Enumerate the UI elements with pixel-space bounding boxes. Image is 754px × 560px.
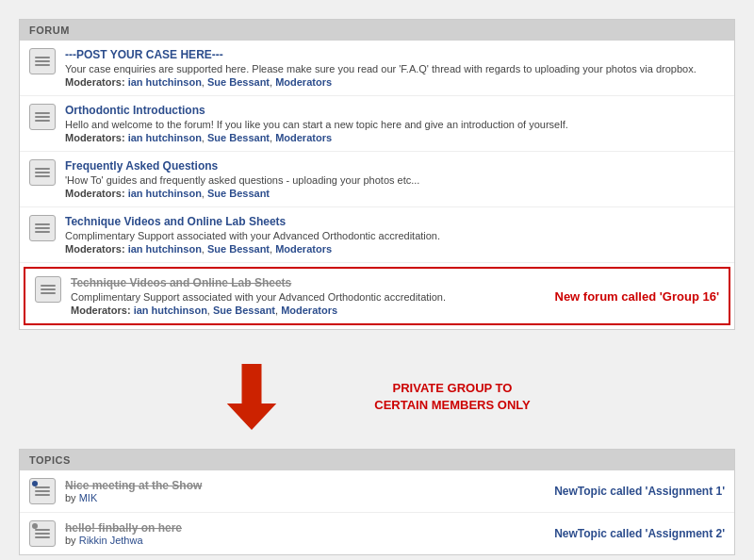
forum-title-technique[interactable]: Technique Videos and Online Lab Sheets (65, 215, 725, 228)
topic-author-1: by MIK (65, 492, 545, 503)
forum-content-post-case: ---POST YOUR CASE HERE--- Your case enqu… (65, 48, 725, 88)
new-forum-label: New forum called 'Group 16' (555, 289, 720, 304)
forum-mods-faq: Moderators: ian hutchinson, Sue Bessant (65, 188, 725, 199)
forum-row-technique: Technique Videos and Online Lab Sheets C… (20, 207, 734, 263)
forum-icon-ortho-intros (29, 104, 56, 130)
topic-content-2: hello! finbally on here by Rikkin Jethwa (65, 521, 545, 546)
forum-icon-faq (29, 159, 56, 186)
forum-desc-post-case: Your case enquiries are supported here. … (65, 63, 725, 74)
topic-row-2: hello! finbally on here by Rikkin Jethwa… (20, 513, 734, 554)
topic-content-1: Nice meeting at the Show by MIK (65, 479, 545, 503)
forum-title-ortho-intros[interactable]: Orthodontic Introductions (65, 104, 725, 117)
forum-row-new-group16: Technique Videos and Online Lab Sheets C… (24, 267, 730, 325)
new-topic-label-2: NewTopic called 'Assignment 2' (554, 527, 725, 540)
topic-dot-1 (32, 481, 38, 486)
forum-mods-new-group16: Moderators: ian hutchinson, Sue Bessant,… (71, 305, 527, 316)
private-group-label: PRIVATE GROUP TOCERTAIN MEMBERS ONLY (374, 380, 530, 414)
forum-content-new-group16: Technique Videos and Online Lab Sheets C… (71, 276, 527, 316)
topic-icon-2 (29, 520, 56, 547)
forum-row-post-case: ---POST YOUR CASE HERE--- Your case enqu… (20, 41, 734, 96)
forum-icon-new-group16 (35, 276, 61, 303)
arrow-section: PRIVATE GROUP TOCERTAIN MEMBERS ONLY (19, 345, 735, 449)
forum-icon-post-case (29, 48, 56, 74)
topics-header: TOPICS (20, 450, 734, 470)
topic-icon-1 (29, 478, 56, 504)
down-arrow-icon (223, 364, 280, 430)
forum-desc-faq: 'How To' guides and frequently asked que… (65, 174, 725, 186)
forum-content-ortho-intros: Orthodontic Introductions Hello and welc… (65, 104, 725, 143)
forum-title-new-group16[interactable]: Technique Videos and Online Lab Sheets (71, 276, 527, 289)
forum-content-faq: Frequently Asked Questions 'How To' guid… (65, 159, 725, 199)
forum-desc-ortho-intros: Hello and welcome to the forum! If you l… (65, 119, 725, 130)
svg-rect-0 (242, 364, 262, 404)
forum-section: FORUM ---POST YOUR CASE HERE--- Your cas… (19, 19, 735, 330)
forum-content-technique: Technique Videos and Online Lab Sheets C… (65, 215, 725, 255)
forum-title-faq[interactable]: Frequently Asked Questions (65, 159, 725, 173)
forum-header: FORUM (20, 20, 734, 41)
forum-desc-new-group16: Complimentary Support associated with yo… (71, 291, 527, 303)
svg-marker-1 (227, 404, 277, 430)
forum-desc-technique: Complimentary Support associated with yo… (65, 230, 725, 241)
topic-dot-2 (32, 523, 38, 529)
topic-title-1[interactable]: Nice meeting at the Show (65, 479, 545, 492)
forum-mods-ortho-intros: Moderators: ian hutchinson, Sue Bessant,… (65, 132, 725, 143)
forum-row-faq: Frequently Asked Questions 'How To' guid… (20, 152, 734, 207)
topics-section: TOPICS Nice meeting at the Show by MIK N… (19, 449, 735, 555)
new-topic-label-1: NewTopic called 'Assignment 1' (554, 485, 725, 498)
forum-title-post-case[interactable]: ---POST YOUR CASE HERE--- (65, 48, 725, 61)
forum-mods-post-case: Moderators: ian hutchinson, Sue Bessant,… (65, 76, 725, 88)
forum-mods-technique: Moderators: ian hutchinson, Sue Bessant,… (65, 243, 725, 255)
topic-author-2: by Rikkin Jethwa (65, 535, 545, 546)
forum-icon-technique (29, 215, 56, 241)
topic-title-2[interactable]: hello! finbally on here (65, 521, 545, 535)
topic-row-1: Nice meeting at the Show by MIK NewTopic… (20, 470, 734, 513)
forum-row-ortho-intros: Orthodontic Introductions Hello and welc… (20, 96, 734, 152)
